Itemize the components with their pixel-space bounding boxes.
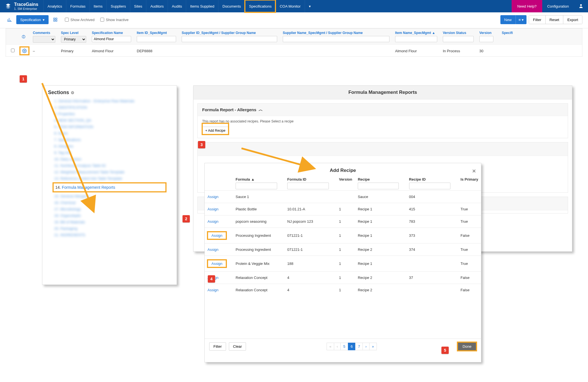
- filter-item-name[interactable]: [395, 36, 437, 42]
- dlg-filter-formula-id[interactable]: [287, 183, 329, 189]
- section-blurred[interactable]: 1. General Information - Enterprise Raw …: [54, 99, 165, 103]
- section-blurred[interactable]: 21. INGREDIENTS: [54, 233, 165, 237]
- section-blurred[interactable]: 8. Allergens: [54, 144, 165, 148]
- section-active[interactable]: 14. Formula Management Reports: [53, 183, 166, 192]
- dlg-col-primary[interactable]: Is Primary: [461, 177, 478, 181]
- show-archived-checkbox[interactable]: Show Archived: [65, 18, 95, 22]
- pager-7[interactable]: 7: [355, 343, 363, 350]
- section-blurred[interactable]: 10. Dairy section: [54, 157, 165, 161]
- dlg-filter-recipe[interactable]: [358, 183, 399, 189]
- nav-analytics[interactable]: Analytics: [43, 0, 66, 12]
- specification-button[interactable]: Specification ▾: [16, 15, 49, 24]
- dlg-clear-button[interactable]: Clear: [229, 342, 246, 351]
- pager-5[interactable]: 5: [340, 343, 348, 350]
- filter-comments[interactable]: [33, 36, 55, 43]
- filter-version[interactable]: [479, 36, 493, 42]
- col-spec-name[interactable]: Specification Name: [92, 31, 131, 35]
- section-blurred[interactable]: 5. ITEM INFORMATION: [54, 125, 165, 129]
- user-icon[interactable]: [578, 3, 584, 9]
- section-blurred[interactable]: 20. Packaging: [54, 226, 165, 231]
- filter-button[interactable]: Filter: [529, 15, 545, 24]
- nav-suppliers[interactable]: Suppliers: [106, 0, 130, 12]
- pager-first[interactable]: «: [327, 343, 334, 350]
- pager-6[interactable]: 6: [348, 343, 355, 350]
- pager-prev[interactable]: ‹: [334, 343, 341, 350]
- done-button[interactable]: Done: [457, 342, 477, 351]
- section-blurred[interactable]: 12. Weighted Measurement Table Template: [54, 170, 165, 174]
- nav-sites[interactable]: Sites: [130, 0, 146, 12]
- dlg-filter-recipe-id[interactable]: [409, 183, 450, 189]
- row-gear-icon[interactable]: [20, 47, 29, 55]
- section-blurred[interactable]: 3. Properties: [54, 112, 165, 116]
- pager-last[interactable]: »: [369, 343, 377, 350]
- col-item-name[interactable]: Item Name_SpecMgmt ▲: [395, 31, 437, 35]
- filter-version-status[interactable]: [443, 36, 474, 42]
- dlg-col-version[interactable]: Version: [339, 177, 352, 181]
- need-help-button[interactable]: Need Help?: [512, 0, 542, 12]
- dlg-col-recipe-id[interactable]: Recipe ID: [409, 177, 426, 181]
- nav-items[interactable]: Items: [90, 0, 107, 12]
- section-blurred[interactable]: 2. IDENTIFICATION: [54, 105, 165, 110]
- nav-more[interactable]: ▾: [305, 0, 315, 12]
- grid-icon[interactable]: [51, 16, 59, 24]
- assign-link[interactable]: Assign: [208, 288, 218, 292]
- dlg-filter-formula[interactable]: [236, 183, 277, 189]
- nav-audits[interactable]: Audits: [168, 0, 186, 12]
- dlg-col-formula-id[interactable]: Formula ID: [287, 177, 306, 181]
- section-blurred[interactable]: 11. Nutritional Analysis Table 62: [54, 163, 165, 168]
- reset-button[interactable]: Reset: [545, 15, 563, 24]
- col-supplier-id[interactable]: Supplier ID_SpecMgmt / Supplier Group Na…: [182, 31, 277, 35]
- col-item-id[interactable]: Item ID_SpecMgmt: [137, 31, 176, 35]
- col-version-status[interactable]: Version Status: [443, 31, 474, 35]
- col-supplier-name[interactable]: Supplier Name_SpecMgmt / Supplier Group …: [283, 31, 389, 35]
- filter-spec-level[interactable]: Primary: [61, 36, 86, 43]
- nav-coa-monitor[interactable]: COA Monitor: [275, 0, 304, 12]
- new-dropdown[interactable]: ≡ ▾: [516, 15, 527, 24]
- filter-item-id[interactable]: [137, 36, 176, 42]
- assign-link[interactable]: Assign: [208, 219, 218, 224]
- nav-configuration[interactable]: Configuration: [542, 0, 574, 12]
- row-checkbox[interactable]: [11, 49, 15, 52]
- sections-gear-icon[interactable]: ⚙: [71, 90, 74, 95]
- new-button[interactable]: New: [500, 15, 516, 24]
- section-blurred[interactable]: 6. Dates: [54, 131, 165, 135]
- section-blurred[interactable]: 7. Specifications: [54, 138, 165, 142]
- nav-documents[interactable]: Documents: [218, 0, 245, 12]
- assign-link[interactable]: Assign: [211, 233, 222, 238]
- dlg-col-recipe[interactable]: Recipe: [358, 177, 370, 181]
- section-blurred[interactable]: 19. Bill of Materials: [54, 220, 165, 224]
- filter-supplier-name[interactable]: [283, 36, 389, 42]
- section-blurred[interactable]: 9. Tag Info: [54, 151, 165, 155]
- info-icon[interactable]: ⓘ: [22, 35, 25, 39]
- assign-link[interactable]: Assign: [211, 262, 222, 266]
- dlg-filter-button[interactable]: Filter: [209, 342, 226, 351]
- nav-auditors[interactable]: Auditors: [146, 0, 168, 12]
- section-blurred[interactable]: 4. NEW SECTION_QA: [54, 118, 165, 122]
- section-blurred[interactable]: 17. Microbiology: [54, 207, 165, 211]
- nav-items-supplied[interactable]: Items Supplied: [186, 0, 218, 12]
- pager-next[interactable]: ›: [363, 343, 369, 350]
- col-specific[interactable]: Specifi: [502, 31, 512, 35]
- filter-supplier-id[interactable]: [182, 36, 277, 42]
- assign-link[interactable]: Assign: [208, 247, 218, 252]
- chevron-up-icon[interactable]: ︿: [259, 107, 263, 112]
- assign-link[interactable]: Assign: [208, 195, 218, 199]
- add-recipe-button[interactable]: + Add Recipe: [202, 127, 229, 135]
- table-row[interactable]: – Primary Almond Flour DEP8888 Almond Fl…: [6, 44, 582, 56]
- nav-formulas[interactable]: Formulas: [66, 0, 89, 12]
- filter-spec-name[interactable]: [92, 36, 131, 42]
- chart-icon[interactable]: [6, 16, 13, 24]
- assign-link[interactable]: Assign: [208, 207, 218, 211]
- close-icon[interactable]: ✕: [472, 168, 476, 174]
- section-blurred[interactable]: 16. Chemical: [54, 201, 165, 205]
- section-blurred[interactable]: 13. Reference content link Table Templat…: [54, 176, 165, 181]
- nav-specifications[interactable]: Specifications: [245, 0, 275, 12]
- dlg-col-formula[interactable]: Formula ▲: [236, 177, 255, 181]
- col-comments[interactable]: Comments: [33, 31, 55, 35]
- col-version[interactable]: Version: [479, 31, 496, 35]
- show-inactive-checkbox[interactable]: Show Inactive: [100, 18, 129, 22]
- section-blurred[interactable]: 15. General Allergens: [54, 194, 165, 198]
- section-blurred[interactable]: 18. Organoleptic: [54, 213, 165, 218]
- col-spec-level[interactable]: Spec Level: [61, 31, 86, 35]
- export-button[interactable]: Export: [563, 15, 582, 24]
